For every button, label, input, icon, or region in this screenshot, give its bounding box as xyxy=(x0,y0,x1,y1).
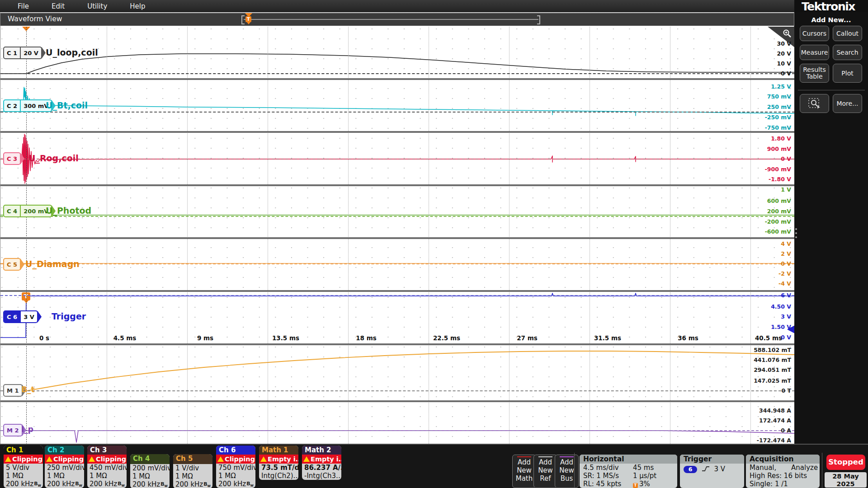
trace-c1 xyxy=(0,54,795,74)
sidebar-button-results-table[interactable]: Results Table xyxy=(800,64,829,83)
run-stop-status-button[interactable]: Stopped xyxy=(826,455,865,470)
menu-item-utility[interactable]: Utility xyxy=(76,2,118,10)
trigger-panel[interactable]: Trigger 6 3 V xyxy=(680,455,744,488)
channel-badge-m1[interactable]: M 1 xyxy=(3,384,23,397)
channel-badge-c3[interactable]: C 3 xyxy=(3,152,21,165)
badge-header: Math 1 xyxy=(259,446,298,455)
badge-header: Ch 1 xyxy=(4,446,43,455)
pan-range-left-bracket[interactable] xyxy=(241,15,245,24)
waveform-view-panel: Waveform View T T 30 V20 V10 V0 VC 120 V… xyxy=(0,12,794,444)
badge-setting-row: 200 kHzBw xyxy=(4,480,43,488)
channel-badge-c6[interactable]: C 63 V xyxy=(3,310,38,323)
badge-setting-row: 1 V/div xyxy=(173,464,212,472)
panel-drag-handle[interactable] xyxy=(795,228,797,240)
trigger-level-value: 3 V xyxy=(714,465,726,473)
bottom-settings-strip: Ch 1Clipping5 V/div1 MΩ200 kHzBwCh 2Clip… xyxy=(0,444,868,488)
warning-icon xyxy=(89,456,95,462)
scale-label-m1: 0 T xyxy=(781,387,791,394)
grid-division-line xyxy=(348,27,349,445)
add-new-math-button[interactable]: AddNewMath xyxy=(512,455,536,488)
bottom-badge-math-2[interactable]: Math 2Empty i…86.237 A/…-Intg(Ch3… xyxy=(302,446,341,480)
warning-icon xyxy=(303,456,310,462)
scale-label-c2: 750 mV xyxy=(767,93,791,100)
scale-label-m1: 294.051 mT xyxy=(754,366,791,373)
trigger-flag-small-icon: T xyxy=(633,483,638,488)
view-title: Waveform View xyxy=(8,15,62,23)
badge-setting-row: 1 MΩ xyxy=(130,472,170,480)
channel-label-c5: U_Diamagn xyxy=(25,259,80,269)
zoom-select-button[interactable] xyxy=(800,94,829,113)
channel-badge-c4[interactable]: C 4200 mV xyxy=(3,205,52,217)
sidebar-button-cursors[interactable]: Cursors xyxy=(800,26,829,41)
channel-badge-m2[interactable]: M 2 xyxy=(3,424,23,436)
acquisition-panel-title: Acquisition xyxy=(746,455,820,464)
channel-badge-c2[interactable]: C 2300 mV xyxy=(3,99,52,112)
bottom-badge-math-1[interactable]: Math 1Empty i…73.5 mT/divIntg(Ch2)… xyxy=(259,446,298,480)
badge-cell: 20 V xyxy=(20,47,41,58)
badge-warning: Clipping xyxy=(45,455,84,464)
bottom-badge-ch-3[interactable]: Ch 3Clipping450 mV/div1 MΩ200 kHzBw xyxy=(87,446,127,488)
slice-separator xyxy=(0,237,795,239)
scale-label-c4: 200 mV xyxy=(767,208,791,215)
menu-item-file[interactable]: File xyxy=(6,2,40,10)
trigger-flag-icon[interactable]: T xyxy=(245,16,251,22)
menu-item-help[interactable]: Help xyxy=(118,2,156,10)
waveform-grid[interactable]: T 30 V20 V10 V0 VC 120 VU_loop,coil1.25 … xyxy=(0,27,795,445)
slice-separator xyxy=(0,78,795,80)
scale-label-c3: 1.80 V xyxy=(771,135,791,142)
badge-setting-row: 250 mV/div xyxy=(45,464,84,472)
add-new-bus-button[interactable]: AddNewBus xyxy=(555,455,579,488)
add-new-button-grid: CursorsCalloutMeasureSearchResults Table… xyxy=(800,26,864,83)
grid-division-line xyxy=(750,27,751,445)
scale-label-c2: -750 mV xyxy=(765,124,791,131)
bandwidth-icon: Bw xyxy=(246,480,254,488)
grid-division-line xyxy=(187,27,188,445)
sidebar-button-callout[interactable]: Callout xyxy=(833,26,862,41)
bottom-badge-ch-5[interactable]: Ch 51 V/div1 MΩ200 kHzBw xyxy=(173,454,212,488)
zero-line-c3 xyxy=(0,159,795,160)
channel-badge-c5[interactable]: C 5 xyxy=(3,258,21,271)
pan-range-right-bracket[interactable] xyxy=(537,15,540,24)
button-label-line: New xyxy=(534,466,557,474)
right-sidebar: Add New... CursorsCalloutMeasureSearchRe… xyxy=(794,12,868,444)
badge-cell: C 2 xyxy=(4,100,20,111)
more-button[interactable]: More... xyxy=(833,94,862,113)
time-axis-label: 40.5 ms xyxy=(755,334,782,342)
bottom-badge-ch-4[interactable]: Ch 4200 mV/div1 MΩ200 kHzBw xyxy=(130,454,170,488)
warning-icon xyxy=(260,456,267,462)
badge-cell: M 1 xyxy=(4,385,22,396)
horizontal-window: 45 ms xyxy=(633,464,654,472)
record-length: RL: 45 kpts xyxy=(583,480,621,488)
slice-separator xyxy=(0,184,795,186)
channel-label-c3: U_Rog,coil xyxy=(28,153,79,163)
badge-header: Ch 5 xyxy=(173,454,212,464)
channel-label-c2: U_Bt,coil xyxy=(46,100,88,110)
badge-setting-row: 1 MΩ xyxy=(45,472,84,480)
trigger-time-line xyxy=(26,27,27,445)
magnifier-icon xyxy=(782,28,792,38)
sidebar-button-plot[interactable]: Plot xyxy=(833,64,862,83)
waveform-view-titlebar: Waveform View T xyxy=(0,13,794,26)
scale-label-c5: -4 V xyxy=(778,280,791,287)
sidebar-button-search[interactable]: Search xyxy=(833,45,862,60)
scale-label-m1: 147.025 mT xyxy=(754,377,791,384)
scale-label-c3: -900 mV xyxy=(765,166,791,173)
button-label-line: Add xyxy=(513,458,536,466)
menu-item-edit[interactable]: Edit xyxy=(40,2,76,10)
badge-warning: Clipping xyxy=(87,455,127,464)
bottom-badge-ch-6[interactable]: Ch 6Clipping750 mV/div1 MΩ200 kHzBw xyxy=(216,446,255,488)
horizontal-panel[interactable]: Horizontal 4.5 ms/div 45 ms SR: 1 MS/s 1… xyxy=(580,455,677,488)
zero-line-m1 xyxy=(0,390,795,391)
time-axis-label: 18 ms xyxy=(356,334,377,342)
bottom-badge-ch-2[interactable]: Ch 2Clipping250 mV/div1 MΩ200 kHzBw xyxy=(45,446,84,488)
channel-badge-c1[interactable]: C 120 V xyxy=(3,47,42,59)
sidebar-button-measure[interactable]: Measure xyxy=(800,45,829,60)
scale-label-c6: 1.50 V xyxy=(771,324,791,330)
bottom-badge-ch-1[interactable]: Ch 1Clipping5 V/div1 MΩ200 kHzBw xyxy=(4,446,43,488)
bandwidth-icon: Bw xyxy=(75,480,82,488)
add-new-ref-button[interactable]: AddNewRef xyxy=(533,455,557,488)
pan-range-line[interactable] xyxy=(244,19,538,20)
zero-line-c5 xyxy=(0,263,795,264)
scale-label-c4: 600 mV xyxy=(767,197,791,204)
acquisition-panel[interactable]: Acquisition Manual, Analyze High Res: 16… xyxy=(746,455,820,488)
